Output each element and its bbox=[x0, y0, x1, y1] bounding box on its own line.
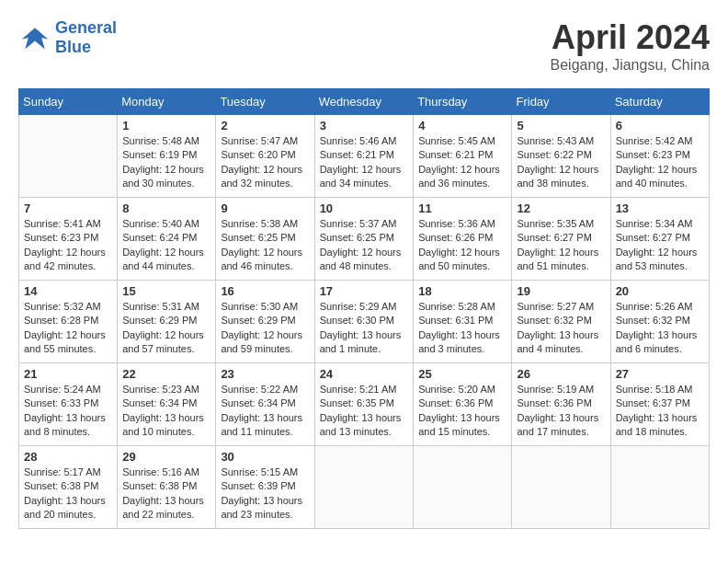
day-number: 26 bbox=[517, 367, 605, 381]
calendar-cell: 26Sunrise: 5:19 AMSunset: 6:36 PMDayligh… bbox=[512, 363, 610, 446]
calendar-cell: 21Sunrise: 5:24 AMSunset: 6:33 PMDayligh… bbox=[19, 363, 118, 446]
calendar-cell: 16Sunrise: 5:30 AMSunset: 6:29 PMDayligh… bbox=[216, 281, 314, 363]
day-info: Sunrise: 5:38 AMSunset: 6:25 PMDaylight:… bbox=[221, 217, 309, 274]
calendar-header-monday: Monday bbox=[118, 89, 216, 115]
calendar-table: SundayMondayTuesdayWednesdayThursdayFrid… bbox=[18, 88, 710, 529]
day-number: 19 bbox=[517, 284, 605, 298]
day-number: 13 bbox=[616, 201, 704, 215]
calendar-week-3: 14Sunrise: 5:32 AMSunset: 6:28 PMDayligh… bbox=[19, 281, 710, 363]
day-info: Sunrise: 5:24 AMSunset: 6:33 PMDaylight:… bbox=[24, 383, 112, 440]
day-info: Sunrise: 5:46 AMSunset: 6:21 PMDaylight:… bbox=[320, 134, 409, 191]
calendar-cell: 8Sunrise: 5:40 AMSunset: 6:24 PMDaylight… bbox=[118, 198, 216, 281]
calendar-header-sunday: Sunday bbox=[19, 89, 118, 115]
day-info: Sunrise: 5:47 AMSunset: 6:20 PMDaylight:… bbox=[221, 134, 309, 191]
day-number: 2 bbox=[221, 119, 309, 132]
day-info: Sunrise: 5:21 AMSunset: 6:35 PMDaylight:… bbox=[320, 383, 409, 440]
calendar-cell: 13Sunrise: 5:34 AMSunset: 6:27 PMDayligh… bbox=[610, 198, 709, 281]
day-info: Sunrise: 5:23 AMSunset: 6:34 PMDaylight:… bbox=[122, 383, 210, 440]
day-info: Sunrise: 5:18 AMSunset: 6:37 PMDaylight:… bbox=[616, 383, 704, 440]
day-info: Sunrise: 5:20 AMSunset: 6:36 PMDaylight:… bbox=[418, 383, 506, 440]
day-number: 10 bbox=[320, 201, 409, 215]
calendar-cell: 23Sunrise: 5:22 AMSunset: 6:34 PMDayligh… bbox=[216, 363, 314, 446]
calendar-cell bbox=[414, 446, 512, 529]
day-info: Sunrise: 5:36 AMSunset: 6:26 PMDaylight:… bbox=[418, 217, 506, 274]
title-block: April 2024 Beigang, Jiangsu, China bbox=[551, 18, 710, 74]
day-info: Sunrise: 5:17 AMSunset: 6:38 PMDaylight:… bbox=[24, 465, 112, 523]
day-info: Sunrise: 5:31 AMSunset: 6:29 PMDaylight:… bbox=[122, 300, 210, 357]
calendar-header-wednesday: Wednesday bbox=[314, 89, 414, 115]
day-number: 15 bbox=[122, 284, 210, 298]
day-number: 14 bbox=[24, 284, 112, 298]
day-number: 20 bbox=[616, 284, 704, 298]
calendar-cell: 18Sunrise: 5:28 AMSunset: 6:31 PMDayligh… bbox=[414, 281, 512, 363]
svg-marker-0 bbox=[22, 28, 49, 49]
day-number: 7 bbox=[24, 201, 112, 215]
day-info: Sunrise: 5:30 AMSunset: 6:29 PMDaylight:… bbox=[221, 300, 309, 357]
calendar-week-2: 7Sunrise: 5:41 AMSunset: 6:23 PMDaylight… bbox=[19, 198, 710, 281]
day-number: 30 bbox=[221, 450, 309, 464]
calendar-cell: 17Sunrise: 5:29 AMSunset: 6:30 PMDayligh… bbox=[314, 281, 414, 363]
calendar-cell: 30Sunrise: 5:15 AMSunset: 6:39 PMDayligh… bbox=[216, 446, 314, 529]
calendar-cell: 25Sunrise: 5:20 AMSunset: 6:36 PMDayligh… bbox=[414, 363, 512, 446]
calendar-cell: 22Sunrise: 5:23 AMSunset: 6:34 PMDayligh… bbox=[118, 363, 216, 446]
calendar-cell: 12Sunrise: 5:35 AMSunset: 6:27 PMDayligh… bbox=[512, 198, 610, 281]
day-number: 27 bbox=[616, 367, 704, 381]
calendar-cell: 4Sunrise: 5:45 AMSunset: 6:21 PMDaylight… bbox=[414, 115, 512, 198]
calendar-cell: 7Sunrise: 5:41 AMSunset: 6:23 PMDaylight… bbox=[19, 198, 118, 281]
calendar-cell: 27Sunrise: 5:18 AMSunset: 6:37 PMDayligh… bbox=[610, 363, 709, 446]
calendar-cell: 29Sunrise: 5:16 AMSunset: 6:38 PMDayligh… bbox=[118, 446, 216, 529]
day-number: 25 bbox=[418, 367, 506, 381]
calendar-cell: 3Sunrise: 5:46 AMSunset: 6:21 PMDaylight… bbox=[314, 115, 414, 198]
day-info: Sunrise: 5:29 AMSunset: 6:30 PMDaylight:… bbox=[320, 300, 409, 357]
logo-blue: Blue bbox=[55, 38, 91, 56]
day-info: Sunrise: 5:37 AMSunset: 6:25 PMDaylight:… bbox=[320, 217, 409, 274]
day-number: 5 bbox=[517, 119, 605, 132]
calendar-cell: 5Sunrise: 5:43 AMSunset: 6:22 PMDaylight… bbox=[512, 115, 610, 198]
day-number: 24 bbox=[320, 367, 409, 381]
calendar-cell: 2Sunrise: 5:47 AMSunset: 6:20 PMDaylight… bbox=[216, 115, 314, 198]
calendar-cell: 24Sunrise: 5:21 AMSunset: 6:35 PMDayligh… bbox=[314, 363, 414, 446]
day-number: 28 bbox=[24, 450, 112, 464]
day-info: Sunrise: 5:19 AMSunset: 6:36 PMDaylight:… bbox=[517, 383, 605, 440]
day-number: 11 bbox=[418, 201, 506, 215]
day-number: 6 bbox=[616, 119, 704, 132]
calendar-header-tuesday: Tuesday bbox=[216, 89, 314, 115]
calendar-week-1: 1Sunrise: 5:48 AMSunset: 6:19 PMDaylight… bbox=[19, 115, 710, 198]
logo-icon bbox=[18, 21, 51, 54]
day-info: Sunrise: 5:27 AMSunset: 6:32 PMDaylight:… bbox=[517, 300, 605, 357]
calendar-cell bbox=[19, 115, 118, 198]
day-number: 29 bbox=[122, 450, 210, 464]
day-info: Sunrise: 5:22 AMSunset: 6:34 PMDaylight:… bbox=[221, 383, 309, 440]
page-header: General Blue April 2024 Beigang, Jiangsu… bbox=[18, 18, 710, 74]
day-number: 17 bbox=[320, 284, 409, 298]
day-info: Sunrise: 5:26 AMSunset: 6:32 PMDaylight:… bbox=[616, 300, 704, 357]
day-number: 16 bbox=[221, 284, 309, 298]
day-number: 8 bbox=[122, 201, 210, 215]
calendar-cell: 15Sunrise: 5:31 AMSunset: 6:29 PMDayligh… bbox=[118, 281, 216, 363]
calendar-week-5: 28Sunrise: 5:17 AMSunset: 6:38 PMDayligh… bbox=[19, 446, 710, 529]
logo-general: General bbox=[55, 18, 117, 37]
day-info: Sunrise: 5:43 AMSunset: 6:22 PMDaylight:… bbox=[517, 134, 605, 191]
calendar-header-saturday: Saturday bbox=[610, 89, 709, 115]
calendar-cell: 11Sunrise: 5:36 AMSunset: 6:26 PMDayligh… bbox=[414, 198, 512, 281]
day-info: Sunrise: 5:28 AMSunset: 6:31 PMDaylight:… bbox=[418, 300, 506, 357]
day-info: Sunrise: 5:48 AMSunset: 6:19 PMDaylight:… bbox=[122, 134, 210, 191]
logo-text: General Blue bbox=[55, 18, 117, 57]
calendar-header-row: SundayMondayTuesdayWednesdayThursdayFrid… bbox=[19, 89, 710, 115]
day-number: 12 bbox=[517, 201, 605, 215]
day-info: Sunrise: 5:34 AMSunset: 6:27 PMDaylight:… bbox=[616, 217, 704, 274]
calendar-cell: 6Sunrise: 5:42 AMSunset: 6:23 PMDaylight… bbox=[610, 115, 709, 198]
calendar-header-friday: Friday bbox=[512, 89, 610, 115]
day-number: 23 bbox=[221, 367, 309, 381]
calendar-week-4: 21Sunrise: 5:24 AMSunset: 6:33 PMDayligh… bbox=[19, 363, 710, 446]
calendar-cell: 19Sunrise: 5:27 AMSunset: 6:32 PMDayligh… bbox=[512, 281, 610, 363]
day-info: Sunrise: 5:42 AMSunset: 6:23 PMDaylight:… bbox=[616, 134, 704, 191]
calendar-cell: 28Sunrise: 5:17 AMSunset: 6:38 PMDayligh… bbox=[19, 446, 118, 529]
calendar-cell: 20Sunrise: 5:26 AMSunset: 6:32 PMDayligh… bbox=[610, 281, 709, 363]
day-info: Sunrise: 5:15 AMSunset: 6:39 PMDaylight:… bbox=[221, 465, 309, 523]
calendar-cell: 10Sunrise: 5:37 AMSunset: 6:25 PMDayligh… bbox=[314, 198, 414, 281]
day-number: 1 bbox=[122, 119, 210, 132]
day-number: 4 bbox=[418, 119, 506, 132]
calendar-header-thursday: Thursday bbox=[414, 89, 512, 115]
month-year: April 2024 bbox=[551, 18, 710, 57]
